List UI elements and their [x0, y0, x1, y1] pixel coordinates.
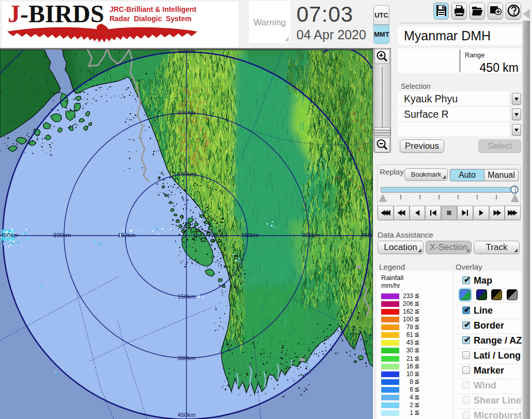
svg-text:150km: 150km [118, 232, 136, 238]
svg-text:300km: 300km [53, 232, 71, 238]
svg-text:450km: 450km [361, 232, 373, 238]
svg-text:300km: 300km [178, 355, 196, 361]
svg-text:150km: 150km [178, 293, 196, 300]
svg-text:300km: 300km [303, 232, 321, 238]
svg-text:450km: 450km [1, 232, 19, 238]
svg-text:300km: 300km [178, 110, 196, 116]
svg-text:450km: 450km [178, 50, 196, 54]
svg-text:450km: 450km [178, 412, 196, 418]
svg-text:150km: 150km [241, 232, 259, 238]
svg-text:150km: 150km [178, 171, 196, 177]
